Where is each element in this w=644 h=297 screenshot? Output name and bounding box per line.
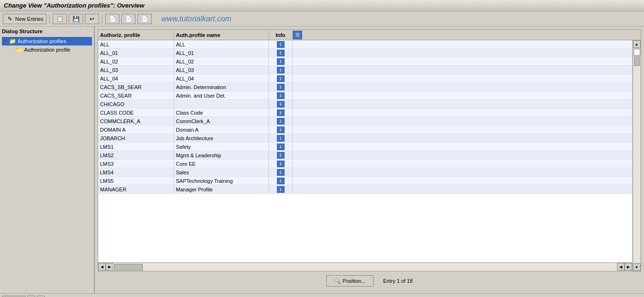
table-corner: ☰ [293,31,302,39]
info-button[interactable]: i [277,161,285,167]
copy-button[interactable]: 📋 [53,14,67,24]
info-button[interactable]: i [277,84,285,90]
info-button[interactable]: i [277,67,285,73]
doc-btn-1[interactable]: 📄 [105,14,120,24]
cell-profile: CACS_SB_SEAR [98,83,174,91]
new-entries-icon: ✎ [6,15,14,23]
scroll-checkbox[interactable] [634,49,640,55]
info-button[interactable]: i [277,75,285,82]
cell-profile: ALL_02 [98,57,174,65]
table-row[interactable]: ALL_02 ALL_02 i [98,57,632,66]
cell-name: Class Code [174,108,269,117]
cell-profile: COMMCLERK_A [98,117,174,125]
h-scroll-container: ◀ ▶ ◀ ▶ [98,262,632,271]
info-button[interactable]: i [277,50,285,56]
undo-button[interactable]: ↩ [85,14,99,24]
info-button[interactable]: i [277,144,285,150]
table-row[interactable]: DOMAIN A Domain A i [98,126,632,134]
cell-name: Admin. and User Det. [174,91,269,99]
table-row[interactable]: LMS1 Safety i [98,143,632,151]
new-entries-button[interactable]: ✎ New Entries [3,14,46,24]
cell-profile: DOMAIN A [98,126,174,134]
tree-label-auth-profiles: Authorization profiles [18,38,66,44]
info-button[interactable]: i [277,101,285,108]
watermark: www.tutorialkart.com [161,15,231,23]
position-button[interactable]: 🔍 Position... [326,275,374,287]
h-scroll-right-btn2[interactable]: ▶ [106,263,113,270]
column-settings-icon[interactable]: ☰ [293,31,302,39]
cell-name: Domain A [174,126,269,134]
cell-name: Job Architecture [174,134,269,142]
cell-profile: LMS1 [98,143,174,151]
cell-name: ALL_04 [174,74,269,82]
h-scroll-next[interactable]: ▶ [625,263,632,270]
undo-icon: ↩ [88,15,96,23]
cell-info: i [269,143,293,151]
info-button[interactable]: i [277,58,285,65]
info-button[interactable]: i [277,109,285,116]
table-row[interactable]: ALL ALL i [98,40,632,49]
table-row[interactable]: CLASS CODE Class Code i [98,108,632,117]
info-button[interactable]: i [277,135,285,142]
status-nav-left[interactable]: ◀ [28,296,35,297]
table-header: Authoriz. profile Auth.profile name Info… [98,30,641,40]
table-row[interactable]: ALL_03 ALL_03 i [98,66,632,74]
table-row[interactable]: CACS_SB_SEAR Admin. Determination i [98,83,632,91]
status-handle[interactable] [2,296,26,297]
header-info: Info [269,31,293,39]
table-row[interactable]: ALL_01 ALL_01 i [98,49,632,57]
info-button[interactable]: i [277,178,285,184]
table-row[interactable]: LMS4 Sales i [98,168,632,177]
h-scroll-thumb[interactable] [114,264,143,270]
cell-profile: LMS5 [98,177,174,185]
table-row[interactable]: COMMCLERK_A CommClerk_A i [98,117,632,126]
cell-name: Admin. Determination [174,83,269,91]
header-name: Auth.profile name [174,31,269,39]
table-container: Authoriz. profile Auth.profile name Info… [98,29,641,271]
cell-profile: MANAGER [98,185,174,193]
cell-name: Safety [174,143,269,151]
table-row[interactable]: MANAGER Manager Profile i [98,185,632,194]
table-row[interactable]: CACS_SEAR Admin. and User Det. i [98,91,632,100]
info-button[interactable]: i [277,152,285,159]
table-row[interactable]: LMS5 SAPTechnology Training i [98,177,632,185]
cell-name: Manager Profile [174,185,269,193]
info-button[interactable]: i [277,41,285,48]
v-scroll-thumb[interactable] [634,56,640,66]
h-scroll-left-btn[interactable]: ◀ [98,263,106,270]
tree-item-auth-profiles[interactable]: ▼ 📁 Authorization profiles [2,37,92,45]
bottom-area: 🔍 Position... Entry 1 of 18 [98,271,641,290]
doc-btn-2[interactable]: 📄 [121,14,136,24]
info-button[interactable]: i [277,118,285,125]
status-nav-right[interactable]: ▶ [37,296,45,297]
cell-profile: CLASS CODE [98,108,174,117]
tree-item-auth-profile[interactable]: · 📁 Authorization profile [9,45,92,54]
info-button[interactable]: i [277,92,285,99]
info-button[interactable]: i [277,186,285,193]
cell-name: ALL_03 [174,66,269,74]
table-row[interactable]: LMS3 Core EE i [98,160,632,168]
v-scroll-up[interactable]: ▲ [633,40,641,48]
tree-dot-2: · [9,47,14,52]
cell-info: i [269,100,293,108]
table-row[interactable]: LMS2 Mgmt & Leadership i [98,151,632,160]
cell-profile: LMS3 [98,160,174,168]
save-button[interactable]: 💾 [69,14,83,24]
v-scroll-down[interactable]: ▼ [633,263,641,271]
table-row[interactable]: JOBARCH Job Architecture i [98,134,632,143]
cell-name: ALL_02 [174,57,269,65]
tree-label-auth-profile: Authorization profile [24,47,70,53]
table-row[interactable]: CHICAGO i [98,100,632,108]
info-button[interactable]: i [277,126,285,133]
cell-info: i [269,117,293,125]
cell-profile: CACS_SEAR [98,91,174,99]
doc-btn-3[interactable]: 📄 [138,14,152,24]
info-button[interactable]: i [277,169,285,176]
table-row[interactable]: ALL_04 ALL_04 i [98,74,632,83]
cell-info: i [269,160,293,168]
tree-arrow-1: ▼ [3,39,8,44]
h-scroll-track [113,263,617,271]
cell-profile: ALL_01 [98,49,174,57]
cell-info: i [269,151,293,159]
h-scroll-prev[interactable]: ◀ [617,263,625,270]
